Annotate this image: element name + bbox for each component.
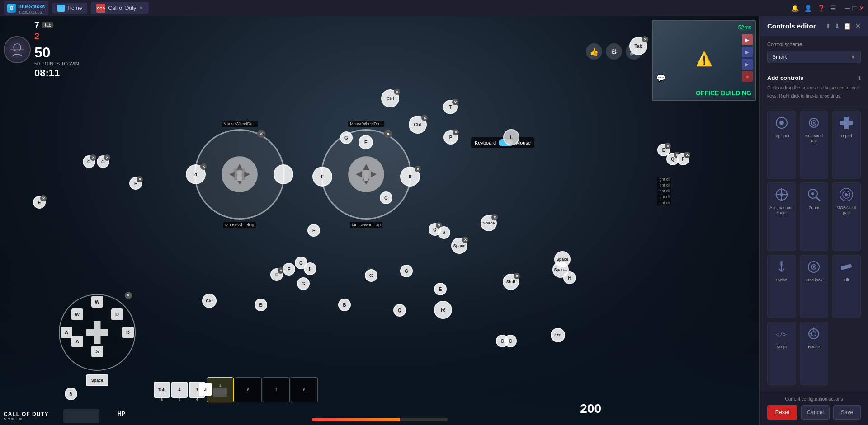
right-wheel-close[interactable]: ✕: [384, 130, 392, 138]
reset-button[interactable]: Reset: [767, 405, 797, 420]
tab-control-btn[interactable]: Tab ✕: [629, 37, 647, 55]
right-wheel-top-btn[interactable]: F: [359, 135, 373, 149]
control-free-look[interactable]: Free look: [800, 255, 829, 318]
panel-copy-icon[interactable]: 📋: [844, 23, 851, 30]
maximize-btn[interactable]: □: [853, 5, 856, 12]
ctrl-btn-right[interactable]: Ctrl: [551, 328, 565, 342]
svg-point-24: [780, 193, 783, 196]
cancel-button[interactable]: Cancel: [801, 405, 830, 420]
enemy-score: 2: [34, 31, 39, 42]
ctrl-btn-3[interactable]: Ctrl: [202, 294, 217, 308]
e-btn[interactable]: E ✕: [33, 196, 46, 209]
space-btn-1[interactable]: Space ✕: [481, 215, 497, 231]
c-btn-2[interactable]: C: [504, 335, 517, 347]
shift-btn[interactable]: Shift ✕: [503, 274, 519, 290]
dpad-close[interactable]: ✕: [125, 292, 132, 299]
e-scatter[interactable]: E: [434, 283, 447, 295]
f-btn-1[interactable]: F ✕: [129, 177, 142, 190]
tab-weapon-btn[interactable]: Tab 6: [154, 382, 170, 398]
keyboard-mouse-toggle[interactable]: Keyboard Mouse: [471, 137, 534, 148]
control-script[interactable]: </> Script: [767, 322, 796, 385]
p-btn[interactable]: P ✕: [443, 130, 458, 145]
panel-close-btn[interactable]: ✕: [855, 22, 861, 30]
e-close[interactable]: ✕: [40, 195, 47, 201]
g-scatter-4[interactable]: G: [400, 265, 413, 277]
control-scheme-select[interactable]: Smart ▼: [767, 51, 861, 63]
free-look-label: Free look: [806, 278, 823, 283]
notification-icon[interactable]: 🔔: [791, 5, 799, 12]
space-dpad-btn[interactable]: Space: [86, 374, 108, 386]
g-scatter-3[interactable]: G: [365, 269, 377, 282]
g-close-2[interactable]: ✕: [90, 154, 96, 161]
minimize-btn[interactable]: ─: [845, 5, 850, 12]
control-aim-pan-shoot[interactable]: Aim, pan and shoot: [767, 182, 796, 251]
control-swipe[interactable]: Swipe: [767, 255, 796, 318]
h-btn[interactable]: H: [563, 271, 576, 284]
left-wheel-close[interactable]: ✕: [257, 130, 265, 138]
like-icon[interactable]: 👍: [586, 43, 602, 60]
5-btn[interactable]: 5: [65, 388, 77, 400]
left-wheel-left-btn[interactable]: 4 ✕: [186, 164, 206, 184]
b-btn-2[interactable]: B: [338, 299, 351, 311]
v-btn[interactable]: V: [438, 226, 450, 239]
home-tab[interactable]: Home: [52, 3, 87, 14]
right-wheel-left-btn[interactable]: F: [312, 167, 332, 187]
slot-4[interactable]: 4 5: [171, 382, 188, 398]
ctrl-btn-2[interactable]: Ctrl ✕: [409, 116, 427, 134]
control-zoom[interactable]: Zoom: [800, 182, 829, 251]
f-scatter-3[interactable]: F: [304, 262, 316, 275]
control-rotate[interactable]: Rotate: [800, 322, 829, 385]
panel-upload-icon[interactable]: ⬆: [826, 23, 831, 30]
add-controls-info-icon[interactable]: ℹ: [859, 75, 861, 81]
p-close[interactable]: ✕: [453, 129, 459, 135]
control-moba-skill-pad[interactable]: MOBA skill pad: [832, 182, 861, 251]
l-btn[interactable]: L: [503, 129, 519, 145]
hud-top-left: 7 Tab 2 50 50 POINTS TO WIN 08:11: [4, 20, 79, 79]
tab-close-x[interactable]: ✕: [642, 36, 648, 42]
t-btn[interactable]: T ✕: [443, 100, 458, 114]
f-scatter-1[interactable]: F ✕: [270, 268, 283, 281]
weapon-slot-1b[interactable]: 1: [263, 377, 290, 402]
dpad-control[interactable]: W S A D W D A ✕ Space: [59, 294, 136, 371]
weapon-num-3[interactable]: 3: [199, 383, 212, 396]
account-icon[interactable]: 👤: [804, 5, 812, 12]
control-dpad[interactable]: D-pad: [832, 111, 861, 179]
g-wheel-btn[interactable]: G: [380, 191, 392, 204]
control-repeated-tap[interactable]: Repeated tap: [800, 111, 829, 179]
left-wheel-control[interactable]: ✕ MouseWheelDo... MouseWheelUp: [194, 129, 285, 220]
g-scatter-2[interactable]: G: [297, 277, 310, 290]
f-right-btn[interactable]: F ✕: [677, 153, 689, 165]
left-wheel-right-btn[interactable]: [274, 164, 293, 184]
r-btn[interactable]: R: [434, 301, 452, 319]
right-wheel-right-btn[interactable]: lt ✕: [400, 167, 420, 187]
settings-icon[interactable]: ⚙: [606, 43, 622, 60]
weapon-slot-6[interactable]: 6: [235, 377, 262, 402]
f-scatter-2[interactable]: F: [283, 263, 295, 276]
right-wheel-control[interactable]: ✕ MouseWheelDo... MouseWheelUp F lt ✕: [321, 129, 411, 220]
tab-close-icon[interactable]: ✕: [139, 5, 143, 11]
t-close[interactable]: ✕: [452, 99, 458, 105]
f-close-1[interactable]: ✕: [137, 176, 143, 182]
weapon-slot-6b[interactable]: 6: [291, 377, 318, 402]
game-tab[interactable]: COD Call of Duty ✕: [91, 2, 149, 14]
ctrl-close-1[interactable]: ✕: [394, 89, 400, 95]
close-btn[interactable]: ✕: [859, 5, 864, 12]
f-btn-mid[interactable]: F: [307, 224, 320, 237]
g-btn-3[interactable]: G ✕: [97, 155, 109, 168]
game-tab-label: Call of Duty: [108, 5, 136, 11]
game-timer: 08:11: [34, 67, 79, 79]
ctrl-close-2[interactable]: ✕: [421, 115, 428, 121]
g-btn-2[interactable]: G ✕: [83, 155, 95, 168]
panel-download-icon[interactable]: ⬇: [835, 23, 840, 30]
right-click-labels-area: ight cli ight cli ight cli ight cli ight…: [657, 177, 671, 205]
control-tap-spot[interactable]: Tap spot: [767, 111, 796, 179]
q-btn-2[interactable]: Q: [393, 304, 406, 317]
menu-icon[interactable]: ☰: [830, 5, 836, 12]
control-tilt[interactable]: Tilt: [832, 255, 861, 318]
b-btn-1[interactable]: B: [255, 299, 267, 311]
g-close-3[interactable]: ✕: [104, 154, 110, 161]
space-btn-2[interactable]: Space ✕: [451, 238, 467, 254]
save-button[interactable]: Save: [833, 405, 861, 420]
help-icon[interactable]: ❓: [817, 5, 825, 12]
ctrl-btn-1[interactable]: Ctrl ✕: [381, 89, 399, 107]
